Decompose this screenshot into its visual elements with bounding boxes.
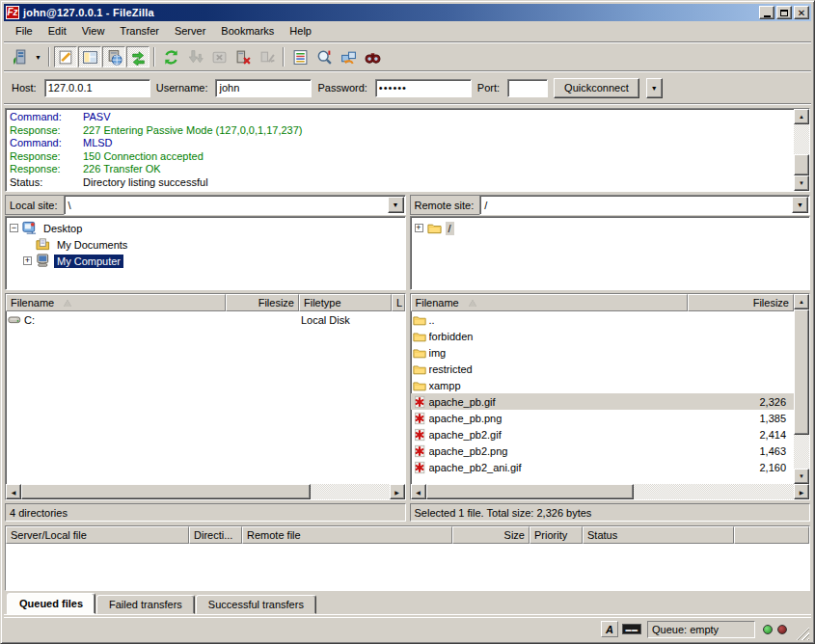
toggle-log-button[interactable] xyxy=(54,46,77,67)
list-item[interactable]: apache_pb2.gif2,414 xyxy=(411,426,795,443)
menu-server[interactable]: Server xyxy=(167,23,213,39)
transfer-type-button[interactable]: A xyxy=(601,621,618,637)
scroll-thumb[interactable] xyxy=(794,309,809,435)
scroll-right-button[interactable]: ▶ xyxy=(794,484,809,499)
refresh-button[interactable] xyxy=(159,46,182,67)
site-manager-button[interactable] xyxy=(8,46,31,67)
local-site-combo-arrow[interactable]: ▼ xyxy=(388,197,404,213)
column-header-remote-file[interactable]: Remote file xyxy=(242,526,452,544)
column-header-filesize[interactable]: Filesize xyxy=(688,294,794,311)
status-led-green-icon xyxy=(763,625,773,634)
list-item[interactable]: forbidden xyxy=(411,328,795,344)
list-item-drive-c[interactable]: C: Local Disk xyxy=(6,311,405,328)
scroll-down-button[interactable]: ▼ xyxy=(794,469,809,484)
collapse-expander[interactable]: − xyxy=(10,224,18,232)
scroll-thumb[interactable] xyxy=(794,154,809,175)
close-button[interactable]: ✕ xyxy=(794,6,809,19)
speed-limits-icon[interactable]: ▬▬ xyxy=(622,624,641,634)
scroll-track[interactable] xyxy=(311,484,390,499)
scroll-left-button[interactable]: ◀ xyxy=(6,484,21,499)
resize-grip[interactable] xyxy=(796,627,809,640)
scroll-thumb[interactable] xyxy=(21,484,311,499)
remote-site-combo[interactable]: / ▼ xyxy=(479,195,810,215)
remote-tree[interactable]: + / xyxy=(410,216,811,290)
local-site-combo[interactable]: \ ▼ xyxy=(64,195,406,215)
column-header-filesize[interactable]: Filesize xyxy=(226,294,299,311)
scroll-track[interactable] xyxy=(794,124,809,154)
scroll-right-button[interactable]: ▶ xyxy=(390,484,405,499)
site-manager-dropdown[interactable]: ▼ xyxy=(32,46,44,67)
column-header-last-modified[interactable]: L xyxy=(392,294,405,311)
cancel-button[interactable] xyxy=(207,46,231,67)
tree-item-root[interactable]: + / xyxy=(415,220,810,236)
column-header-direction[interactable]: Directi... xyxy=(189,526,242,544)
menu-help[interactable]: Help xyxy=(282,23,319,39)
password-input[interactable] xyxy=(375,79,472,97)
scroll-track[interactable] xyxy=(794,435,809,469)
tab-successful-transfers[interactable]: Successful transfers xyxy=(196,595,316,614)
quickconnect-dropdown[interactable]: ▼ xyxy=(646,78,663,98)
list-item[interactable]: apache_pb.png1,385 xyxy=(411,410,795,426)
scroll-down-button[interactable]: ▼ xyxy=(794,175,809,191)
tab-failed-transfers[interactable]: Failed transfers xyxy=(96,595,195,614)
list-item[interactable]: apache_pb2_ani.gif2,160 xyxy=(411,459,795,475)
column-header-status[interactable]: Status xyxy=(583,526,734,544)
find-files-button[interactable] xyxy=(361,46,384,67)
toggle-queue-button[interactable] xyxy=(126,46,149,67)
reconnect-button[interactable] xyxy=(256,46,279,67)
scroll-thumb[interactable] xyxy=(426,484,634,499)
toggle-local-tree-button[interactable] xyxy=(78,46,101,67)
expand-expander[interactable]: + xyxy=(23,256,32,265)
column-header-filename[interactable]: Filename xyxy=(411,294,689,311)
list-item-selected[interactable]: apache_pb.gif2,326 xyxy=(411,393,795,410)
password-label: Password: xyxy=(317,82,367,94)
queue-body[interactable] xyxy=(6,544,809,590)
list-item[interactable]: xampp xyxy=(411,377,795,393)
log-vertical-scrollbar[interactable]: ▲ ▼ xyxy=(794,109,809,191)
list-item[interactable]: .. xyxy=(411,311,795,328)
column-header-filename[interactable]: Filename xyxy=(6,294,226,311)
tab-queued-files[interactable]: Queued files xyxy=(7,593,95,614)
column-header-size[interactable]: Size xyxy=(452,526,530,544)
remote-site-combo-arrow[interactable]: ▼ xyxy=(792,197,808,213)
compare-button[interactable] xyxy=(312,46,336,67)
tree-item-my-documents[interactable]: My Documents xyxy=(10,236,405,253)
remote-vertical-scrollbar[interactable]: ▲ ▼ xyxy=(794,294,809,484)
host-input[interactable] xyxy=(44,79,150,97)
remote-horizontal-scrollbar[interactable]: ◀ ▶ xyxy=(411,484,810,499)
menu-view[interactable]: View xyxy=(74,23,113,39)
tree-item-desktop[interactable]: − Desktop xyxy=(10,220,405,236)
port-input[interactable] xyxy=(507,79,548,97)
column-header-filetype[interactable]: Filetype xyxy=(299,294,392,311)
list-item[interactable]: img xyxy=(411,344,795,361)
toggle-remote-tree-button[interactable] xyxy=(102,46,125,67)
maximize-button[interactable] xyxy=(776,6,792,19)
process-queue-button[interactable] xyxy=(183,46,206,67)
local-list-body[interactable]: C: Local Disk xyxy=(6,311,405,484)
menu-transfer[interactable]: Transfer xyxy=(112,23,167,39)
sync-browsing-button[interactable] xyxy=(337,46,360,67)
column-header-filler xyxy=(734,526,809,544)
toolbar: ▼ xyxy=(4,44,811,69)
menu-bookmarks[interactable]: Bookmarks xyxy=(213,23,282,39)
tree-item-my-computer[interactable]: + My Computer xyxy=(10,253,405,269)
scroll-left-button[interactable]: ◀ xyxy=(411,484,426,499)
menu-file[interactable]: File xyxy=(8,23,41,39)
minimize-button[interactable] xyxy=(759,6,774,19)
expand-expander[interactable]: + xyxy=(415,224,423,232)
local-tree[interactable]: − Desktop My Documents + My Computer xyxy=(5,216,406,290)
list-item[interactable]: restricted xyxy=(411,361,795,377)
scroll-track[interactable] xyxy=(634,484,795,499)
menu-edit[interactable]: Edit xyxy=(41,23,74,39)
list-item[interactable]: apache_pb2.png1,463 xyxy=(411,443,795,459)
username-input[interactable] xyxy=(215,79,312,97)
quickconnect-button[interactable]: Quickconnect xyxy=(554,78,639,98)
remote-list-body[interactable]: .. forbidden img restricted xampp apache… xyxy=(411,311,795,484)
disconnect-button[interactable] xyxy=(231,46,255,67)
column-header-priority[interactable]: Priority xyxy=(530,526,583,544)
scroll-up-button[interactable]: ▲ xyxy=(794,109,809,124)
scroll-up-button[interactable]: ▲ xyxy=(794,294,809,309)
filter-button[interactable] xyxy=(288,46,312,67)
local-horizontal-scrollbar[interactable]: ◀ ▶ xyxy=(6,484,405,499)
column-header-server-local-file[interactable]: Server/Local file xyxy=(6,526,189,544)
